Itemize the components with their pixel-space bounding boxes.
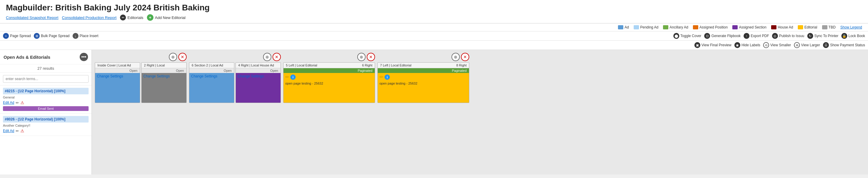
show-payment-status-btn[interactable]: ☰ Show Payment Status — [823, 42, 865, 48]
spread-2-pages: 6 Section 2 | Local Ad Open Change Setti… — [189, 62, 281, 103]
page-7-left-label: 7 Left | Local Editorial 8 Right — [378, 63, 469, 68]
page-5-left-label: 5 Left | Local Editorial 6 Right — [283, 63, 375, 68]
page-7-text: open page testing - 25632 — [378, 81, 469, 87]
spread-2-delete-btn[interactable]: ✕ — [273, 53, 281, 61]
spread-2: ⊕ ✕ 6 Section 2 | Local Ad Open Change S… — [189, 53, 281, 103]
place-insert-btn[interactable]: ↓ Place Insert — [72, 33, 98, 39]
change-settings-section-2[interactable]: Change Settings — [189, 73, 219, 80]
sync-printer-icon: ↻ — [807, 33, 813, 39]
page-2-right-status: Open — [142, 68, 186, 73]
page-7-left-8-right: 7 Left | Local Editorial 8 Right Paginat… — [377, 62, 469, 103]
assigned-position-label: Assigned Position — [700, 25, 727, 29]
hide-labels-btn[interactable]: ◉ Hide Labels — [734, 42, 760, 48]
view-final-preview-btn[interactable]: ▣ View Final Preview — [694, 42, 732, 48]
spread-3-delete-btn[interactable]: ✕ — [367, 53, 375, 61]
spread-1-pages: Inside Cover | Local Ad Open Change Sett… — [95, 62, 187, 103]
main-layout: Open Ads & Editorials ••• 27 results #82… — [0, 50, 868, 174]
legend-ad: Ad — [618, 25, 629, 29]
pencil-icon-7[interactable]: ✏ — [379, 74, 383, 80]
editorial-swatch — [798, 25, 803, 29]
page-spread-icon: + — [3, 33, 9, 39]
page-inside-cover-status: Open — [95, 68, 140, 73]
export-pdf-icon: ↑ — [744, 33, 749, 39]
sidebar-item-2-category: Another Category!! — [3, 124, 89, 127]
spread-3-controls: ⊕ ✕ — [357, 53, 375, 61]
spread-2-header: ⊕ ✕ — [189, 53, 281, 61]
pending-ad-label: Pending Ad — [640, 25, 658, 29]
assigned-section-label: Assigned Section — [739, 25, 766, 29]
alert-icon-1: ⚠ — [21, 100, 24, 105]
generate-flipbook-icon: ⊡ — [704, 33, 710, 39]
spread-1-header: ⊕ ✕ — [95, 53, 187, 61]
bulk-page-spread-btn[interactable]: ⊞ Bulk Page Spread — [34, 33, 70, 39]
view-smaller-btn[interactable]: ⊖ View Smaller — [763, 42, 791, 48]
legend-pending-ad: Pending Ad — [634, 25, 658, 29]
alert-icon-2: ⚠ — [21, 128, 24, 133]
spread-2-target-icon[interactable]: ⊕ — [263, 53, 271, 61]
page-section-2-label: 6 Section 2 | Local Ad — [189, 63, 234, 68]
sidebar-menu-btn[interactable]: ••• — [80, 53, 88, 61]
sidebar-item-1-actions: Edit Ad ✏ ⚠ — [3, 100, 89, 105]
export-pdf-btn[interactable]: ↑ Export PDF — [744, 33, 769, 39]
spread-1-delete-btn[interactable]: ✕ — [178, 53, 187, 61]
editorials-btn[interactable]: ✏ Editorials — [120, 14, 143, 21]
spread-4-delete-btn[interactable]: ✕ — [461, 53, 469, 61]
email-sent-badge-1: Email Sent — [3, 106, 89, 111]
spread-3-header: ⊕ ✕ — [283, 53, 375, 61]
page-spread-btn[interactable]: + Page Spread — [3, 33, 31, 39]
pencil-icon-2[interactable]: ✏ — [16, 129, 19, 133]
page-inside-cover-label: Inside Cover | Local Ad — [95, 63, 140, 68]
legend-house-ad: House Ad — [771, 25, 793, 29]
legend-bar: Ad Pending Ad Ancillary Ad Assigned Posi… — [0, 24, 868, 31]
info-icon-5[interactable]: i — [290, 75, 296, 80]
legend-editorial: Editorial — [798, 25, 817, 29]
legend-ancillary-ad: Ancillary Ad — [663, 25, 688, 29]
assigned-section-swatch — [732, 25, 738, 29]
add-editorial-btn[interactable]: + Add New Editorial — [147, 14, 185, 21]
publish-issuu-btn[interactable]: ◎ Publish to Issuu — [772, 33, 804, 39]
spread-1-target-icon[interactable]: ⊕ — [169, 53, 177, 61]
editorials-icon: ✏ — [120, 14, 126, 21]
change-settings-4-right[interactable]: Change Settings — [236, 73, 266, 80]
page-5-left-content: ✏ i open page testing - 25632 — [283, 73, 375, 102]
change-settings-inside-cover[interactable]: Change Settings — [95, 73, 125, 80]
edit-ad-link-1[interactable]: Edit Ad — [3, 100, 14, 105]
page-section-2-status: Open — [189, 68, 234, 73]
pencil-icon-5[interactable]: ✏ — [285, 74, 289, 80]
bulk-page-spread-icon: ⊞ — [34, 33, 40, 39]
edit-ad-link-2[interactable]: Edit Ad — [3, 129, 14, 133]
snapshot-report-link[interactable]: Consolidated Snapshot Report — [6, 16, 58, 20]
sidebar-item-2-title: #8026 - (1/2 Page Horizontal) [100%] — [3, 116, 89, 122]
spread-4-target-icon[interactable]: ⊕ — [452, 53, 460, 61]
show-payment-status-icon: ☰ — [823, 42, 829, 48]
production-report-link[interactable]: Consolidated Production Report — [62, 16, 117, 20]
sync-printer-btn[interactable]: ↻ Sync To Printer — [807, 33, 838, 39]
hide-labels-icon: ◉ — [734, 42, 740, 48]
info-icon-7[interactable]: i — [384, 75, 390, 80]
page-section-2-content: Change Settings — [189, 73, 234, 102]
pending-ad-swatch — [634, 25, 639, 29]
page-2-right: 2 Right | Local Open Change Settings — [141, 62, 187, 103]
spread-1: ⊕ ✕ Inside Cover | Local Ad Open Change … — [95, 53, 187, 103]
house-ad-swatch — [771, 25, 776, 29]
spread-4-header: ⊕ ✕ — [377, 53, 469, 61]
view-larger-btn[interactable]: ⊕ View Larger — [794, 42, 820, 48]
lock-book-btn[interactable]: 🔒 Lock Book — [841, 33, 865, 39]
tbd-label: TBD — [829, 25, 836, 29]
view-final-preview-icon: ▣ — [694, 42, 700, 48]
tbd-swatch — [822, 25, 828, 29]
pencil-icon-1[interactable]: ✏ — [16, 100, 19, 105]
generate-flipbook-btn[interactable]: ⊡ Generate Flipbook — [704, 33, 741, 39]
page-4-right-label: 4 Right | Local House Ad — [236, 63, 281, 68]
change-settings-2-right[interactable]: Change Settings — [142, 73, 172, 80]
app-title: Magbuilder: British Baking July 2024 Bri… — [6, 3, 862, 12]
sidebar-item-1-category: General — [3, 95, 89, 99]
spread-3-target-icon[interactable]: ⊕ — [357, 53, 366, 61]
legend-assigned-position: Assigned Position — [693, 25, 727, 29]
show-legend-link[interactable]: Show Legend — [840, 25, 862, 29]
sidebar-search-input[interactable] — [3, 75, 89, 83]
sidebar-items-list: #8215 - (1/2 Page Horizontal) [100%] Gen… — [0, 85, 92, 174]
canvas-area: ⊕ ✕ Inside Cover | Local Ad Open Change … — [92, 50, 868, 174]
toggle-cover-btn[interactable]: ⬤ Toggle Cover — [673, 33, 702, 39]
ancillary-ad-swatch — [663, 25, 668, 29]
